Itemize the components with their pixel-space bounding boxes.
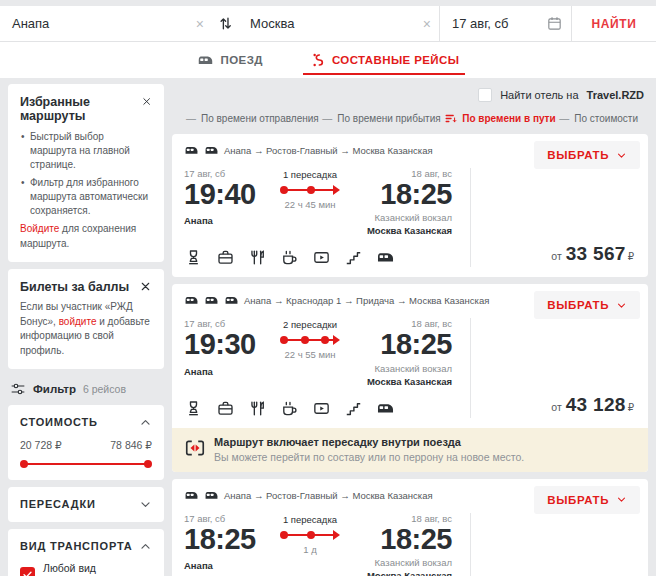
- journey-duration: 22 ч 55 мин: [280, 349, 340, 360]
- currency-symbol: ₽: [628, 402, 634, 413]
- departure-time: 19:40: [184, 179, 270, 209]
- origin-field[interactable]: Анапа ×: [0, 6, 212, 41]
- tab-train[interactable]: ПОЕЗД: [195, 42, 265, 78]
- login-link[interactable]: войдите: [59, 316, 97, 327]
- checkbox-any-transport[interactable]: Любой вид транспорта: [20, 562, 152, 576]
- dining-car-icon[interactable]: [248, 248, 267, 267]
- favorites-panel: Избранные маршруты Быстрый выбор маршрут…: [8, 84, 164, 262]
- favorites-bullets: Быстрый выбор маршрута на главной страни…: [20, 130, 152, 218]
- stairs-icon[interactable]: [344, 248, 363, 267]
- select-button-label: ВЫБРАТЬ: [547, 494, 609, 506]
- chevron-down-icon: [616, 300, 627, 311]
- sort-by-departure[interactable]: —По времени отправления: [186, 113, 319, 124]
- arrival-terminal: Казанский вокзал: [350, 557, 452, 568]
- currency-symbol: ₽: [628, 251, 634, 262]
- price-value: 33 567: [566, 243, 626, 264]
- timeline-graphic: [280, 336, 340, 344]
- train-icon: [204, 143, 219, 158]
- sort-by-duration[interactable]: По времени в пути: [444, 112, 555, 125]
- find-button-label: НАЙТИ: [592, 17, 637, 31]
- date-field[interactable]: 17 авг, сб: [440, 6, 572, 41]
- route-stations: Анапа → Ростов-Главный → Москва Казанска…: [224, 490, 433, 501]
- chevron-up-icon[interactable]: [139, 540, 152, 553]
- price-prefix: от: [551, 401, 561, 413]
- dining-car-icon[interactable]: [248, 399, 267, 418]
- train-icon[interactable]: [376, 399, 395, 418]
- chevron-down-icon[interactable]: [139, 498, 152, 511]
- calendar-icon: [546, 15, 563, 32]
- sort-by-price[interactable]: —По стоимости: [559, 113, 638, 124]
- transport-type-section: ВИД ТРАНСПОРТА Любой вид транспорта Поез…: [8, 529, 164, 576]
- tab-train-label: ПОЕЗД: [221, 54, 263, 66]
- tea-icon[interactable]: [280, 248, 299, 267]
- arrival-terminal: Казанский вокзал: [350, 212, 452, 223]
- clear-origin-icon[interactable]: ×: [190, 16, 204, 32]
- select-button-label: ВЫБРАТЬ: [547, 299, 609, 311]
- transfers-filter-title: ПЕРЕСАДКИ: [20, 498, 96, 510]
- select-button[interactable]: ВЫБРАТЬ: [534, 141, 640, 169]
- select-button[interactable]: ВЫБРАТЬ: [534, 486, 640, 514]
- swap-arrows-icon: [217, 15, 234, 32]
- baggage-icon[interactable]: [216, 399, 235, 418]
- tea-icon[interactable]: [280, 399, 299, 418]
- firm-train-trophy-icon[interactable]: [184, 248, 203, 267]
- tab-composite-routes-label: СОСТАВНЫЕ РЕЙСЫ: [332, 54, 460, 66]
- price-prefix: от: [551, 250, 561, 262]
- sort-by-arrival[interactable]: —По времени прибытия: [322, 113, 440, 124]
- filter-sliders-icon: [10, 381, 26, 397]
- chevron-up-icon[interactable]: [139, 416, 152, 429]
- price-range-slider[interactable]: [20, 459, 152, 469]
- firm-train-trophy-icon[interactable]: [184, 399, 203, 418]
- close-favorites-icon[interactable]: [141, 95, 152, 108]
- swap-direction-button[interactable]: [212, 6, 238, 41]
- route-card: Анапа → Краснодар 1 → Придача → Москва К…: [172, 284, 648, 471]
- favorites-bullet: Быстрый выбор маршрута на главной страни…: [20, 130, 152, 172]
- journey-duration: 22 ч 45 мин: [280, 199, 340, 210]
- check-icon: [22, 569, 33, 576]
- dash-icon: —: [322, 113, 332, 124]
- hotel-checkbox[interactable]: [478, 88, 492, 102]
- checkbox-checked-icon: [20, 567, 35, 576]
- select-button[interactable]: ВЫБРАТЬ: [534, 291, 640, 319]
- train-icon[interactable]: [376, 248, 395, 267]
- train-icon: [224, 293, 239, 308]
- price-min-value: 20 728 ₽: [20, 439, 62, 451]
- route-stations: Анапа → Ростов-Главный → Москва Казанска…: [224, 145, 433, 156]
- departure-station: Анапа: [184, 215, 270, 226]
- price-slider-max-handle[interactable]: [144, 460, 152, 468]
- price-max-value: 78 846 ₽: [110, 439, 152, 451]
- arrival-station: Москва Казанская: [350, 570, 452, 576]
- sort-options: —По времени отправления —По времени приб…: [172, 102, 648, 134]
- tab-composite-routes[interactable]: СОСТАВНЫЕ РЕЙСЫ: [307, 42, 462, 78]
- close-bonus-icon[interactable]: [139, 280, 152, 293]
- price-slider-min-handle[interactable]: [20, 460, 28, 468]
- journey-duration: 1 д: [280, 544, 340, 555]
- price-column: от31 997₽: [470, 513, 648, 576]
- journey-timeline: 1 пересадка 22 ч 45 мин: [270, 169, 350, 210]
- train-icon: [184, 143, 199, 158]
- route-card: Анапа → Ростов-Главный → Москва Казанска…: [172, 134, 648, 277]
- amenities-row: [184, 399, 458, 418]
- find-button[interactable]: НАЙТИ: [572, 6, 656, 41]
- transfer-count: 1 пересадка: [280, 514, 340, 525]
- video-icon[interactable]: [312, 248, 331, 267]
- transport-type-title: ВИД ТРАНСПОРТА: [20, 540, 133, 552]
- baggage-icon[interactable]: [216, 248, 235, 267]
- arrival-block: 18 авг, вс 18:25 Казанский вокзал Москва…: [350, 513, 458, 576]
- travel-rzd-link[interactable]: Travel.RZD: [587, 89, 644, 101]
- destination-field[interactable]: Москва ×: [238, 6, 440, 41]
- login-link[interactable]: Войдите: [20, 223, 59, 234]
- price-column: от33 567₽: [470, 168, 648, 267]
- clear-destination-icon[interactable]: ×: [417, 16, 431, 32]
- stairs-icon[interactable]: [344, 399, 363, 418]
- price-filter-title: СТОИМОСТЬ: [20, 416, 98, 428]
- video-icon[interactable]: [312, 399, 331, 418]
- timeline-graphic: [280, 531, 340, 539]
- departure-time: 18:25: [184, 524, 270, 554]
- sort-by-arrival-label: По времени прибытия: [337, 113, 440, 124]
- sort-bars-icon: [444, 112, 457, 125]
- arrival-time: 18:25: [350, 524, 452, 554]
- train-icon: [184, 293, 199, 308]
- transfer-count: 2 пересадки: [280, 319, 340, 330]
- arrival-terminal: Казанский вокзал: [350, 363, 452, 374]
